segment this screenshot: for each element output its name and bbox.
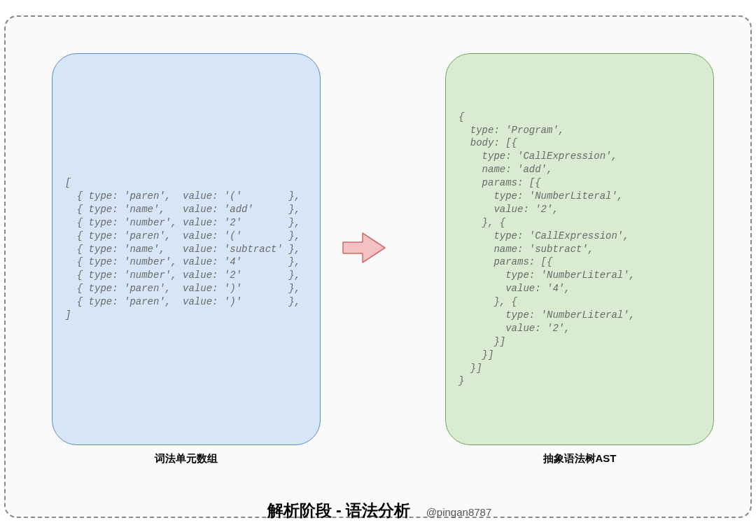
- arrow-icon: [342, 230, 387, 265]
- tokens-panel: [ { type: 'paren', value: '(' }, { type:…: [52, 53, 321, 445]
- diagram-container: [ { type: 'paren', value: '(' }, { type:…: [4, 15, 752, 518]
- tokens-label: 词法单元数组: [52, 452, 321, 465]
- ast-code: { type: 'Program', body: [{ type: 'CallE…: [458, 111, 701, 388]
- title-row: 解析阶段 - 语法分析 @pingan8787: [6, 500, 753, 522]
- ast-panel: { type: 'Program', body: [{ type: 'CallE…: [445, 53, 714, 445]
- ast-label: 抽象语法树AST: [445, 452, 714, 465]
- diagram-author: @pingan8787: [426, 506, 492, 518]
- tokens-code: [ { type: 'paren', value: '(' }, { type:…: [65, 176, 307, 322]
- diagram-title: 解析阶段 - 语法分析: [267, 501, 410, 519]
